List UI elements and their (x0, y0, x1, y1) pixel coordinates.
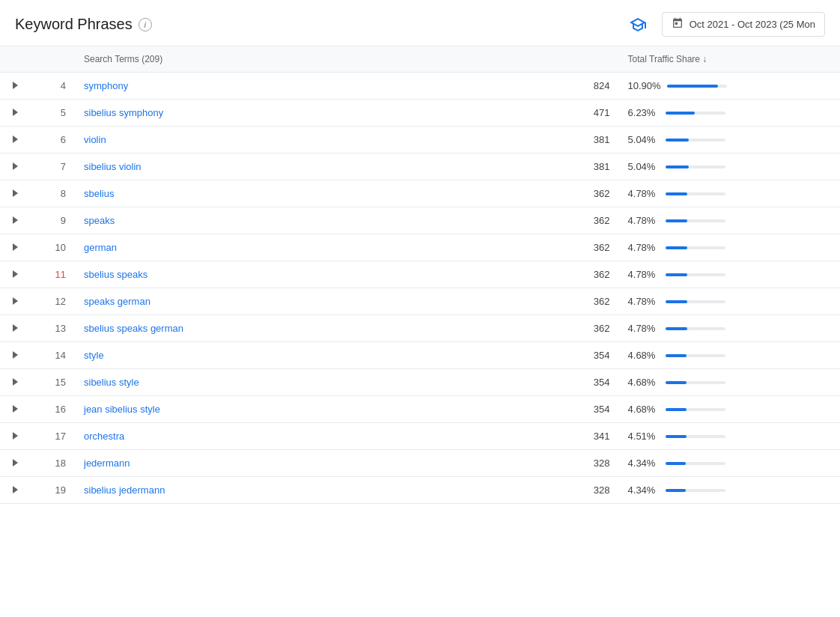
traffic-bar-background (666, 489, 725, 492)
traffic-cell: 4.68% (619, 342, 840, 369)
expand-cell[interactable] (0, 127, 30, 154)
table-row: 16jean sibelius style3544.68% (0, 396, 840, 423)
traffic-cell: 5.04% (619, 127, 840, 154)
count-cell: 362 (567, 180, 619, 207)
traffic-bar-background (666, 327, 725, 330)
table-row: 9speaks3624.78% (0, 207, 840, 234)
table-row: 17orchestra3414.51% (0, 423, 840, 450)
rank-cell: 10 (30, 234, 75, 261)
traffic-cell: 4.68% (619, 369, 840, 396)
traffic-cell: 4.51% (619, 423, 840, 450)
chevron-right-icon[interactable] (13, 270, 18, 278)
traffic-bar-fill (667, 85, 718, 88)
rank-cell: 15 (30, 369, 75, 396)
expand-cell[interactable] (0, 315, 30, 342)
chevron-right-icon[interactable] (13, 351, 18, 359)
term-cell[interactable]: sibelius style (75, 369, 567, 396)
term-cell[interactable]: sibelius symphony (75, 100, 567, 127)
expand-cell[interactable] (0, 423, 30, 450)
term-cell[interactable]: speaks (75, 207, 567, 234)
traffic-bar-background (666, 381, 725, 384)
chevron-right-icon[interactable] (13, 109, 18, 116)
expand-cell[interactable] (0, 369, 30, 396)
term-cell[interactable]: jedermann (75, 450, 567, 477)
info-icon[interactable]: i (139, 18, 152, 31)
term-cell[interactable]: jean sibelius style (75, 396, 567, 423)
chevron-right-icon[interactable] (13, 432, 18, 440)
traffic-cell: 4.78% (619, 261, 840, 288)
expand-cell[interactable] (0, 396, 30, 423)
term-cell[interactable]: symphony (75, 73, 567, 100)
expand-cell[interactable] (0, 477, 30, 504)
term-cell[interactable]: sbelius (75, 180, 567, 207)
rank-cell: 6 (30, 127, 75, 154)
table-row: 5sibelius symphony4716.23% (0, 100, 840, 127)
traffic-percent: 4.34% (628, 458, 660, 469)
traffic-bar-background (666, 219, 725, 222)
chevron-right-icon[interactable] (13, 486, 18, 493)
traffic-percent: 4.78% (628, 323, 660, 334)
chevron-right-icon[interactable] (13, 297, 18, 305)
chevron-right-icon[interactable] (13, 216, 18, 224)
expand-cell[interactable] (0, 261, 30, 288)
traffic-col-header[interactable]: Total Traffic Share ↓ (619, 46, 840, 73)
traffic-bar-background (666, 192, 725, 195)
chevron-right-icon[interactable] (13, 324, 18, 332)
chevron-right-icon[interactable] (13, 405, 18, 413)
term-cell[interactable]: sibelius violin (75, 154, 567, 180)
term-cell[interactable]: speaks german (75, 288, 567, 315)
chevron-right-icon[interactable] (13, 162, 18, 170)
count-cell: 328 (567, 477, 619, 504)
traffic-percent: 5.04% (628, 134, 660, 145)
chevron-right-icon[interactable] (13, 189, 18, 197)
term-cell[interactable]: german (75, 234, 567, 261)
traffic-percent: 5.04% (628, 161, 660, 172)
term-cell[interactable]: sbelius speaks (75, 261, 567, 288)
traffic-bar-background (666, 165, 725, 168)
traffic-cell: 4.34% (619, 450, 840, 477)
chevron-right-icon[interactable] (13, 82, 18, 89)
term-cell[interactable]: style (75, 342, 567, 369)
header-left: Keyword Phrases i (15, 16, 152, 33)
expand-cell[interactable] (0, 207, 30, 234)
traffic-bar-fill (666, 246, 688, 249)
date-range-selector[interactable]: Oct 2021 - Oct 2023 (25 Mon (662, 12, 825, 37)
count-cell: 354 (567, 369, 619, 396)
expand-cell[interactable] (0, 234, 30, 261)
graduation-cap-icon[interactable] (626, 13, 650, 37)
chevron-right-icon[interactable] (13, 243, 18, 251)
rank-cell: 4 (30, 73, 75, 100)
traffic-bar-background (666, 408, 725, 411)
expand-cell[interactable] (0, 154, 30, 180)
term-cell[interactable]: violin (75, 127, 567, 154)
count-cell: 354 (567, 396, 619, 423)
expand-cell[interactable] (0, 73, 30, 100)
expand-cell[interactable] (0, 342, 30, 369)
expand-cell[interactable] (0, 180, 30, 207)
rank-cell: 8 (30, 180, 75, 207)
term-cell[interactable]: orchestra (75, 423, 567, 450)
term-cell[interactable]: sbelius speaks german (75, 315, 567, 342)
rank-cell: 5 (30, 100, 75, 127)
term-cell[interactable]: sibelius jedermann (75, 477, 567, 504)
rank-cell: 11 (30, 261, 75, 288)
chevron-right-icon[interactable] (13, 459, 18, 466)
expand-cell[interactable] (0, 288, 30, 315)
traffic-bar-fill (666, 408, 687, 411)
header-right: Oct 2021 - Oct 2023 (25 Mon (626, 12, 825, 37)
traffic-percent: 4.68% (628, 350, 660, 361)
chevron-right-icon[interactable] (13, 136, 18, 143)
traffic-percent: 10.90% (628, 80, 661, 91)
expand-cell[interactable] (0, 450, 30, 477)
table-body: 4symphony82410.90%5sibelius symphony4716… (0, 73, 840, 504)
traffic-bar-fill (666, 354, 687, 357)
expand-cell[interactable] (0, 100, 30, 127)
traffic-bar-fill (666, 489, 686, 492)
table-row: 8sbelius3624.78% (0, 180, 840, 207)
traffic-percent: 4.78% (628, 269, 660, 280)
traffic-bar-fill (666, 112, 695, 115)
chevron-right-icon[interactable] (13, 378, 18, 386)
count-cell: 471 (567, 100, 619, 127)
calendar-icon (672, 17, 684, 31)
traffic-bar-background (666, 139, 725, 142)
